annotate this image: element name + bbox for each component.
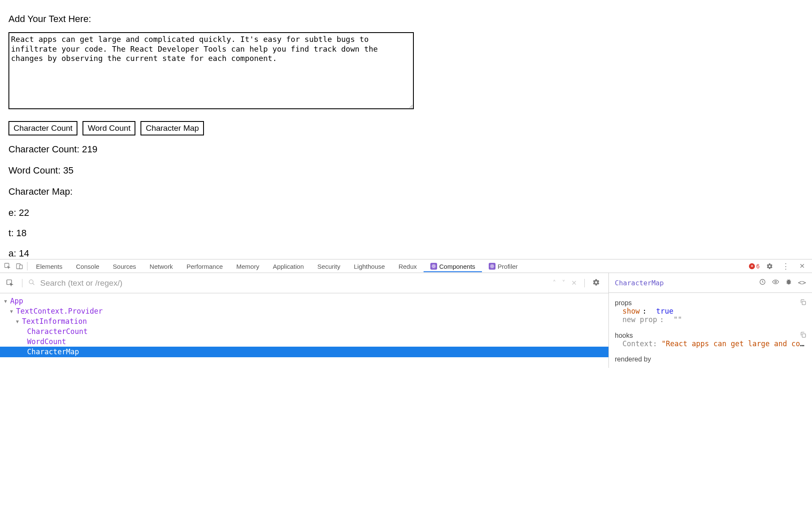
tab-console[interactable]: Console: [69, 260, 106, 272]
hook-row-context[interactable]: Context: "React apps can get large and c…: [615, 339, 806, 348]
error-icon: ✕: [749, 263, 755, 269]
search-input[interactable]: [39, 278, 548, 288]
disclosure-triangle-icon[interactable]: ▾: [9, 306, 14, 316]
gear-icon[interactable]: [592, 279, 600, 288]
search-icon: [28, 279, 35, 288]
char-map-count: 18: [16, 228, 26, 238]
word-count-button[interactable]: Word Count: [83, 121, 135, 135]
word-count-value: 35: [63, 165, 73, 176]
char-map-char: e: [8, 207, 14, 218]
react-icon: [430, 263, 437, 270]
bug-icon[interactable]: [785, 279, 792, 287]
device-toolbar-icon[interactable]: [14, 260, 25, 272]
tab-memory[interactable]: Memory: [230, 260, 266, 272]
devtools-tabbar-right: ✕ 6 ⋮ ✕: [749, 260, 810, 272]
tree-row-textinformation[interactable]: ▾ TextInformation: [0, 316, 608, 326]
character-count-metric: Character Count: 219: [8, 144, 804, 155]
react-icon: [489, 263, 495, 270]
tab-components[interactable]: Components: [424, 260, 482, 272]
tab-lighthouse[interactable]: Lighthouse: [347, 260, 391, 272]
error-count: 6: [756, 263, 760, 270]
tree-row-charactercount[interactable]: CharacterCount: [0, 326, 608, 336]
hook-colon: :: [653, 339, 657, 348]
tab-elements[interactable]: Elements: [29, 260, 69, 272]
tree-row-charactermap[interactable]: CharacterMap: [0, 347, 608, 357]
prop-colon: :: [642, 307, 647, 315]
tab-network[interactable]: Network: [143, 260, 180, 272]
tab-sources[interactable]: Sources: [106, 260, 143, 272]
hooks-header: hooks: [615, 331, 806, 339]
text-input[interactable]: [8, 32, 414, 109]
character-map-heading: Character Map:: [8, 186, 804, 197]
close-icon[interactable]: ✕: [796, 260, 808, 272]
textarea-wrap: [8, 32, 804, 111]
copy-icon[interactable]: [800, 331, 806, 339]
word-count-label: Word Count:: [8, 165, 63, 176]
detail-header-icons: <>: [759, 279, 806, 287]
svg-rect-2: [19, 265, 22, 269]
prop-row-show[interactable]: show: true: [615, 307, 806, 315]
disclosure-triangle-icon[interactable]: ▾: [3, 296, 8, 306]
chevron-down-icon[interactable]: ˅: [562, 279, 565, 287]
tree-node-label: TextContext.Provider: [16, 306, 103, 316]
character-count-value: 219: [82, 144, 98, 154]
tree-node-label: TextInformation: [22, 317, 87, 326]
app-content: Add Your Text Here: Character Count Word…: [0, 0, 812, 259]
detail-body: props show: true new prop: "": [609, 293, 812, 368]
tree-row-app[interactable]: ▾ App: [0, 296, 608, 306]
tab-application[interactable]: Application: [266, 260, 311, 272]
tab-performance[interactable]: Performance: [180, 260, 230, 272]
tree-row-provider[interactable]: ▾ TextContext.Provider: [0, 306, 608, 316]
prop-value: true: [656, 307, 673, 315]
search-wrap: [28, 278, 548, 288]
source-icon[interactable]: <>: [798, 279, 806, 287]
char-map-char: a: [8, 248, 14, 259]
char-map-char: t: [8, 228, 11, 238]
tab-security[interactable]: Security: [311, 260, 347, 272]
tab-profiler-label: Profiler: [498, 263, 518, 270]
divider: [27, 262, 28, 270]
hooks-section: hooks Context: "React apps can get large…: [615, 331, 806, 348]
component-tree[interactable]: ▾ App ▾ TextContext.Provider ▾ TextInfor…: [0, 293, 608, 357]
character-count-button[interactable]: Character Count: [8, 121, 77, 135]
svg-point-12: [29, 280, 33, 284]
kebab-menu-icon[interactable]: ⋮: [780, 260, 792, 272]
char-map-count: 14: [19, 248, 29, 259]
clear-search-icon[interactable]: ✕: [571, 279, 577, 287]
divider: [584, 279, 585, 287]
select-element-icon[interactable]: [4, 277, 16, 289]
error-indicator[interactable]: ✕ 6: [749, 263, 760, 270]
devtools-tabbar: Elements Console Sources Network Perform…: [0, 259, 812, 273]
char-map-item: e: 22: [8, 207, 804, 218]
prop-key: show: [622, 307, 640, 315]
character-map-button[interactable]: Character Map: [140, 121, 204, 135]
prop-key: new prop: [622, 315, 657, 324]
hook-value: "React apps can get large and complicate…: [661, 339, 806, 348]
component-tree-column: ˄ ˅ ✕ ▾ App ▾ TextContext.Provider: [0, 273, 609, 368]
props-header: props: [615, 299, 806, 307]
suspend-icon[interactable]: [759, 279, 766, 287]
eye-icon[interactable]: [772, 279, 779, 287]
svg-point-10: [492, 266, 493, 267]
rendered-by-label: rendered by: [615, 356, 806, 363]
gear-icon[interactable]: [764, 260, 776, 272]
rendered-by-section: rendered by: [615, 356, 806, 363]
tab-redux[interactable]: Redux: [392, 260, 424, 272]
textarea-label: Add Your Text Here:: [8, 14, 804, 25]
inspect-element-icon[interactable]: [2, 260, 14, 272]
char-map-list: e: 22 t: 18 a: 14 o: 14: [8, 207, 804, 259]
tree-toolbar: ˄ ˅ ✕: [0, 273, 608, 293]
char-map-count: 22: [19, 207, 29, 218]
prop-row-newprop[interactable]: new prop: "": [615, 315, 806, 324]
svg-rect-16: [802, 301, 806, 305]
button-row: Character Count Word Count Character Map: [8, 121, 804, 135]
tab-profiler[interactable]: Profiler: [482, 260, 525, 272]
tree-row-wordcount[interactable]: WordCount: [0, 336, 608, 347]
props-section: props show: true new prop: "": [615, 299, 806, 324]
hook-key: Context: [622, 339, 653, 348]
prop-colon: :: [660, 315, 664, 324]
chevron-up-icon[interactable]: ˄: [553, 279, 556, 287]
copy-icon[interactable]: [800, 299, 806, 307]
disclosure-triangle-icon[interactable]: ▾: [15, 317, 20, 326]
tree-node-label: CharacterMap: [27, 347, 79, 356]
